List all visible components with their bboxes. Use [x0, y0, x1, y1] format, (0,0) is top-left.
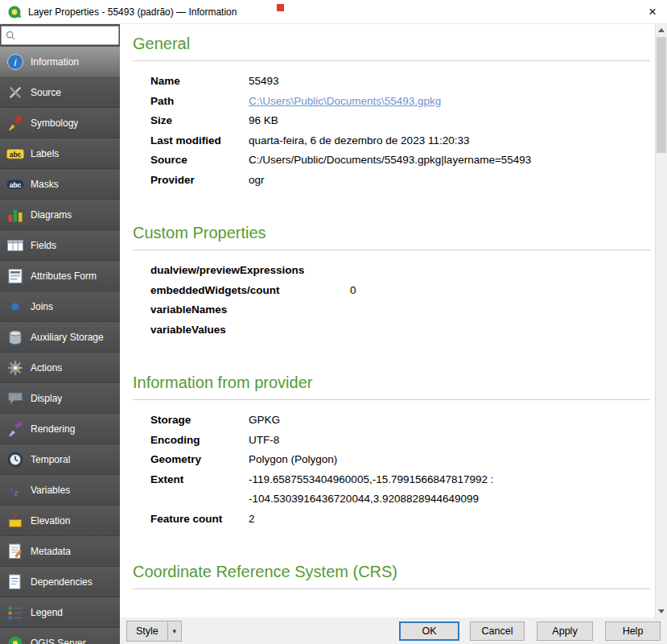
section-general: General Name55493 PathC:\Users\Public\Do… [133, 35, 650, 190]
information-panel: General Name55493 PathC:\Users\Public\Do… [120, 24, 667, 617]
close-button[interactable]: × [638, 0, 667, 23]
divider [133, 250, 650, 250]
sidebar-item-information[interactable]: i Information [0, 47, 120, 77]
sidebar-item-label: Symbology [31, 118, 78, 129]
sidebar-item-label: Elevation [31, 515, 70, 526]
general-table: Name55493 PathC:\Users\Public\Documents\… [150, 72, 531, 190]
table-row: GeometryPolygon (Polygon) [150, 450, 494, 470]
section-crs: Coordinate Reference System (CRS) [133, 563, 650, 589]
temporal-icon [6, 450, 25, 469]
sidebar-item-label: Dependencies [31, 576, 93, 588]
sidebar-nav: i Information Source Symbology abc Label… [0, 47, 120, 644]
section-heading: Information from provider [133, 374, 650, 392]
sidebar-item-label: Variables [31, 485, 70, 496]
svg-text:ε: ε [14, 488, 19, 497]
sidebar-item-label: Auxiliary Storage [31, 332, 104, 343]
sidebar-item-temporal[interactable]: Temporal [0, 444, 120, 475]
sidebar-item-rendering[interactable]: Rendering [0, 414, 120, 444]
sidebar-item-diagrams[interactable]: Diagrams [0, 200, 120, 230]
display-icon [6, 389, 25, 408]
help-button[interactable]: Help [605, 621, 661, 641]
svg-text:ε: ε [10, 485, 14, 494]
fields-icon [6, 236, 25, 255]
ok-button[interactable]: OK [399, 621, 459, 641]
masks-icon: abc [6, 175, 25, 194]
dialog-footer: Style ▾ OK Cancel Apply Help [120, 617, 667, 644]
sidebar-item-label: QGIS Server [31, 638, 86, 644]
sidebar-item-display[interactable]: Display [0, 383, 120, 414]
sidebar-item-joins[interactable]: Joins [0, 291, 120, 322]
sidebar-item-label: Labels [31, 148, 59, 159]
sidebar-item-elevation[interactable]: Elevation [0, 506, 120, 536]
sidebar-item-auxiliary-storage[interactable]: Auxiliary Storage [0, 322, 120, 353]
table-row: Feature count2 [150, 510, 494, 530]
apply-button[interactable]: Apply [537, 621, 593, 641]
sidebar-item-label: Metadata [31, 546, 71, 557]
scrollbar-down-arrow[interactable] [656, 605, 667, 617]
variables-icon: εε [6, 481, 25, 500]
attributes-form-icon [6, 266, 25, 286]
style-button[interactable]: Style ▾ [126, 621, 182, 642]
cancel-button[interactable]: Cancel [470, 621, 525, 641]
table-row: EncodingUTF-8 [150, 431, 494, 451]
table-row: embeddedWidgets/count0 [150, 281, 356, 301]
sidebar-item-masks[interactable]: abc Masks [0, 169, 120, 200]
rendering-icon [6, 419, 25, 439]
sidebar-item-label: Information [31, 56, 79, 68]
sidebar-item-attributes-form[interactable]: Attributes Form [0, 261, 120, 291]
sidebar-item-dependencies[interactable]: Dependencies [0, 567, 120, 597]
info-icon: i [6, 52, 25, 72]
layer-properties-dialog: Layer Properties - 55493 (padrão) — Info… [0, 0, 667, 644]
divider [133, 399, 650, 400]
section-custom-properties: Custom Properties dualview/previewExpres… [133, 224, 650, 340]
search-input[interactable] [19, 31, 115, 40]
sidebar-item-fields[interactable]: Fields [0, 230, 120, 261]
elevation-icon [6, 511, 25, 530]
auxiliary-storage-icon [6, 328, 25, 347]
table-row: variableNames [150, 300, 356, 320]
actions-icon [6, 358, 25, 378]
style-button-label: Style [127, 621, 167, 641]
svg-text:abc: abc [10, 150, 22, 158]
sidebar-item-label: Attributes Form [31, 270, 97, 282]
legend-icon [6, 603, 25, 622]
metadata-icon [6, 542, 25, 561]
sidebar-item-source[interactable]: Source [0, 77, 120, 108]
sidebar-item-label: Display [31, 393, 62, 404]
path-link[interactable]: C:\Users\Public\Documents\55493.gpkg [249, 95, 441, 107]
qgis-logo-icon [6, 4, 23, 20]
divider [133, 60, 650, 61]
sidebar-item-labels[interactable]: abc Labels [0, 138, 120, 169]
diagrams-icon [6, 205, 25, 225]
scrollbar-up-arrow[interactable] [656, 24, 667, 36]
custom-properties-table: dualview/previewExpressions embeddedWidg… [150, 261, 356, 340]
table-row: Name55493 [150, 72, 531, 92]
sidebar-item-label: Actions [31, 362, 62, 374]
provider-table: StorageGPKG EncodingUTF-8 GeometryPolygo… [150, 411, 494, 529]
table-row: SourceC:/Users/Public/Documents/55493.gp… [150, 151, 531, 171]
table-row: dualview/previewExpressions [150, 261, 356, 281]
scrollbar-thumb[interactable] [657, 37, 666, 153]
joins-icon [6, 297, 25, 316]
sidebar-search [1, 26, 119, 45]
information-content: General Name55493 PathC:\Users\Public\Do… [120, 24, 655, 617]
section-heading: Coordinate Reference System (CRS) [133, 563, 650, 581]
source-icon [6, 83, 25, 102]
sidebar-item-actions[interactable]: Actions [0, 353, 120, 383]
titlebar: Layer Properties - 55493 (padrão) — Info… [0, 0, 667, 24]
sidebar-item-legend[interactable]: Legend [0, 597, 120, 628]
sidebar-item-symbology[interactable]: Symbology [0, 108, 120, 138]
table-row: Providerogr [150, 171, 531, 191]
table-row: Last modifiedquarta-feira, 6 de dezembro… [150, 131, 531, 151]
sidebar-item-qgis-server[interactable]: QGIS Server [0, 628, 120, 644]
symbology-icon [6, 114, 25, 133]
divider [133, 588, 650, 589]
sidebar-item-variables[interactable]: εε Variables [0, 475, 120, 506]
sidebar-item-metadata[interactable]: Metadata [0, 536, 120, 567]
sidebar-item-label: Temporal [31, 454, 70, 465]
sidebar-item-label: Joins [31, 301, 53, 312]
vertical-scrollbar[interactable] [655, 24, 667, 617]
labels-icon: abc [6, 144, 25, 163]
dependencies-icon [6, 572, 25, 592]
red-indicator [277, 4, 284, 11]
